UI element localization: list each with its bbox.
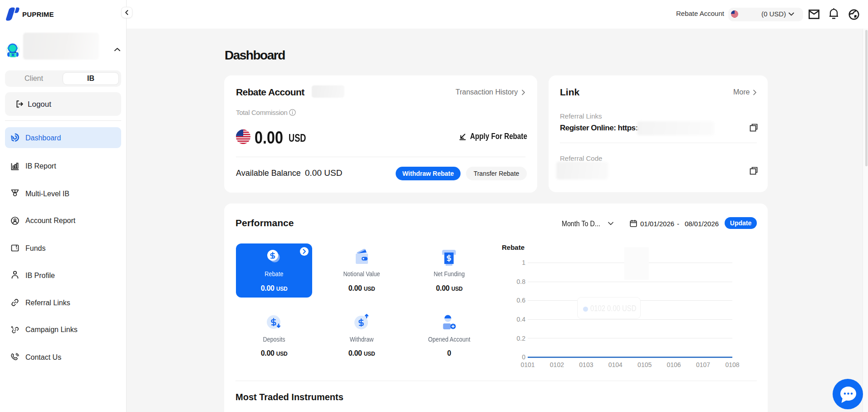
svg-text:0108: 0108	[725, 361, 739, 368]
svg-text:0.4: 0.4	[517, 316, 526, 323]
svg-text:0102: 0102	[550, 361, 564, 368]
svg-text:0107: 0107	[696, 361, 710, 368]
svg-text:0105: 0105	[638, 361, 652, 368]
svg-text:0.6: 0.6	[517, 297, 526, 304]
svg-text:0104: 0104	[608, 361, 623, 368]
svg-text:1: 1	[522, 259, 525, 266]
svg-text:0: 0	[522, 353, 525, 361]
svg-text:0.8: 0.8	[517, 278, 526, 285]
svg-text:0101: 0101	[520, 361, 535, 368]
svg-text:0103: 0103	[579, 361, 593, 368]
svg-text:0.2: 0.2	[517, 335, 526, 342]
svg-text:0106: 0106	[667, 361, 681, 368]
